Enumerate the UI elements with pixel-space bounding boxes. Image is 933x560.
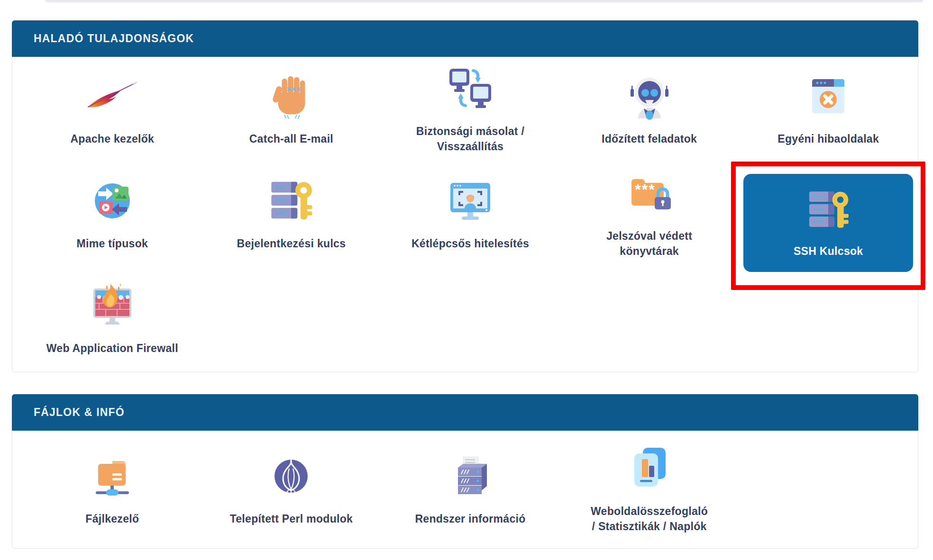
face-id-monitor-icon	[447, 177, 494, 225]
item-site-summary-stats-logs[interactable]: Weboldalösszefoglaló / Statisztikák / Na…	[560, 431, 739, 548]
backup-restore-icon	[447, 64, 494, 113]
network-folder-icon	[89, 452, 136, 500]
section-title: FÁJLOK & INFÓ	[34, 406, 125, 419]
catch-all-hand-icon: ×××	[268, 72, 314, 120]
item-label: Catch-all E-mail	[249, 132, 333, 147]
apache-feather-icon	[84, 72, 140, 120]
perl-onion-icon	[267, 452, 315, 500]
firewall-monitor-icon	[89, 281, 136, 330]
item-two-factor-auth[interactable]: Kétlépcsős hitelesítés	[381, 162, 560, 266]
item-label: Időzített feladatok	[602, 132, 697, 147]
item-ssh-keys-cell: SSH Kulcsok	[739, 162, 918, 266]
item-label: Biztonsági másolat / Visszaállítás	[411, 124, 530, 154]
item-label: Kétlépcsős hitelesítés	[412, 236, 529, 252]
item-ssh-keys[interactable]: SSH Kulcsok	[743, 174, 913, 272]
item-label: Weboldalösszefoglaló / Statisztikák / Na…	[590, 504, 709, 534]
item-backup-restore[interactable]: Biztonsági másolat / Visszaállítás	[381, 57, 560, 162]
item-login-key[interactable]: Bejelentkezési kulcs	[202, 162, 381, 266]
section-files-info: FÁJLOK & INFÓ Fájlkezelő	[12, 394, 918, 549]
section-advanced-features: HALADÓ TULAJDONSÁGOK Apache kezelők	[12, 20, 918, 372]
server-paper-icon	[447, 452, 494, 500]
item-label: Bejelentkezési kulcs	[237, 236, 346, 252]
item-cron-jobs[interactable]: Időzített feladatok	[560, 57, 739, 162]
server-key-icon	[266, 177, 316, 225]
section-files-header: FÁJLOK & INFÓ	[12, 394, 918, 431]
item-label: Apache kezelők	[70, 132, 154, 147]
item-custom-error-pages[interactable]: Egyéni hibaoldalak	[739, 57, 918, 162]
mime-types-icon	[89, 177, 136, 225]
previous-card-bottom-edge	[45, 0, 924, 2]
item-mime-types[interactable]: Mime típusok	[23, 162, 202, 266]
item-catch-all-email[interactable]: ××× Catch-all E-mail	[202, 57, 381, 162]
item-label: Rendszer információ	[415, 512, 525, 527]
item-label: Egyéni hibaoldalak	[778, 132, 879, 147]
item-password-protected-dirs[interactable]: *** Jelszóval védett könyvtárak	[560, 162, 739, 266]
svg-text:***: ***	[635, 181, 655, 198]
item-apache-handlers[interactable]: Apache kezelők	[23, 57, 202, 162]
item-label: Telepített Perl modulok	[230, 512, 353, 527]
section-advanced-header: HALADÓ TULAJDONSÁGOK	[12, 20, 918, 57]
server-key-icon	[804, 187, 852, 233]
item-label: Mime típusok	[77, 236, 148, 252]
item-label: SSH Kulcsok	[794, 244, 863, 259]
error-page-icon	[805, 72, 852, 120]
svg-text:×××: ×××	[287, 85, 301, 93]
stats-pages-icon	[626, 444, 673, 493]
section-title: HALADÓ TULAJDONSÁGOK	[34, 32, 194, 45]
item-perl-modules[interactable]: Telepített Perl modulok	[202, 431, 381, 548]
item-label: Fájlkezelő	[85, 512, 139, 527]
robot-icon	[626, 72, 673, 120]
advanced-features-grid: Apache kezelők ×××	[12, 57, 918, 371]
item-system-info[interactable]: Rendszer információ	[381, 431, 560, 548]
item-label: Jelszóval védett könyvtárak	[590, 229, 709, 259]
files-info-grid: Fájlkezelő Telepített Perl modulok	[12, 431, 918, 548]
locked-folder-icon: ***	[626, 169, 673, 217]
ssh-keys-highlight-box: SSH Kulcsok	[731, 162, 925, 290]
item-label: Web Application Firewall	[46, 341, 178, 356]
item-web-application-firewall[interactable]: Web Application Firewall	[23, 266, 202, 371]
item-file-manager[interactable]: Fájlkezelő	[23, 431, 202, 548]
